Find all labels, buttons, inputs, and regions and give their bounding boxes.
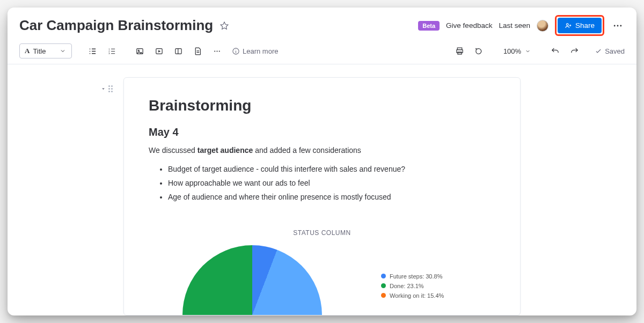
info-icon <box>232 47 240 55</box>
doc-intro[interactable]: We discussed target audience and added a… <box>149 145 495 156</box>
svg-point-17 <box>138 50 139 51</box>
numbered-list-button[interactable]: 123 <box>104 43 119 58</box>
header-bar: Car Campaign Brainstorming Beta Give fee… <box>8 8 636 40</box>
svg-point-3 <box>620 25 621 26</box>
bulleted-list-button[interactable] <box>85 43 100 58</box>
more-menu-button[interactable] <box>611 19 625 33</box>
insert-video-button[interactable] <box>151 43 166 58</box>
svg-text:3: 3 <box>108 52 110 55</box>
chevron-down-icon <box>60 48 66 54</box>
chart-block: STATUS COLUMN Future steps: 30.8% Done: … <box>149 229 495 315</box>
list-item[interactable]: Age of audience and where their online p… <box>168 190 495 204</box>
user-avatar[interactable] <box>537 20 548 32</box>
undo-button[interactable] <box>547 43 562 58</box>
svg-point-25 <box>218 50 219 52</box>
svg-point-6 <box>89 50 90 52</box>
toolbar: A Title 123 <box>8 40 636 64</box>
drag-handle-icon[interactable] <box>108 85 113 92</box>
text-style-label: Title <box>33 47 46 55</box>
legend-item: Done: 23.1% <box>381 283 462 289</box>
print-button[interactable] <box>452 43 467 58</box>
text-style-icon: A <box>25 47 30 55</box>
insert-file-button[interactable] <box>190 43 205 58</box>
doc-bullet-list[interactable]: Budget of target audience - could this i… <box>149 163 495 204</box>
svg-point-24 <box>216 50 217 52</box>
check-icon <box>595 47 602 55</box>
svg-point-28 <box>236 49 236 50</box>
saved-label: Saved <box>605 47 625 55</box>
learn-more-link[interactable]: Learn more <box>232 47 278 55</box>
insert-layout-button[interactable] <box>171 43 186 58</box>
svg-point-8 <box>89 53 90 54</box>
doc-heading[interactable]: Brainstorming <box>149 97 495 114</box>
beta-badge: Beta <box>418 21 440 31</box>
redo-button[interactable] <box>567 43 582 58</box>
insert-image-button[interactable] <box>132 43 147 58</box>
legend-item: Working on it: 15.4% <box>381 292 462 299</box>
document-page[interactable]: Brainstorming May 4 We discussed target … <box>123 77 521 315</box>
legend-swatch <box>381 283 386 288</box>
zoom-dropdown[interactable]: 100% <box>500 45 535 57</box>
svg-point-0 <box>566 23 568 25</box>
svg-rect-19 <box>175 48 181 54</box>
favorite-star-icon[interactable] <box>219 21 229 31</box>
legend-swatch <box>381 274 386 278</box>
chevron-down-icon <box>525 48 531 54</box>
saved-indicator: Saved <box>595 47 625 55</box>
svg-point-4 <box>89 48 90 49</box>
document-canvas: Brainstorming May 4 We discussed target … <box>8 64 636 315</box>
svg-point-23 <box>214 50 215 52</box>
svg-point-2 <box>617 25 619 26</box>
list-item[interactable]: Budget of target audience - could this i… <box>168 163 495 177</box>
block-collapse-handle[interactable] <box>100 85 113 92</box>
comment-button[interactable] <box>472 43 487 58</box>
page-title: Car Campaign Brainstorming <box>19 17 213 34</box>
toolbar-more-button[interactable] <box>209 43 224 58</box>
last-seen-label: Last seen <box>499 21 530 30</box>
learn-more-label: Learn more <box>243 47 278 55</box>
share-button-label: Share <box>575 21 595 30</box>
share-button[interactable]: Share <box>558 18 602 33</box>
svg-point-1 <box>614 25 616 26</box>
share-person-icon <box>565 22 572 30</box>
give-feedback-link[interactable]: Give feedback <box>446 21 492 30</box>
doc-date[interactable]: May 4 <box>149 126 495 138</box>
chart-title: STATUS COLUMN <box>149 229 495 237</box>
legend-item: Future steps: 30.8% <box>381 273 462 280</box>
list-item[interactable]: How approachable we want our ads to feel <box>168 177 495 190</box>
text-style-dropdown[interactable]: A Title <box>19 43 72 58</box>
app-window: Car Campaign Brainstorming Beta Give fee… <box>8 8 636 315</box>
legend-swatch <box>381 293 386 298</box>
zoom-value: 100% <box>503 47 521 55</box>
chart-legend: Future steps: 30.8% Done: 23.1% Working … <box>381 273 462 302</box>
svg-rect-31 <box>458 52 462 54</box>
share-highlight-box: Share <box>555 15 604 36</box>
pie-chart <box>182 245 322 315</box>
